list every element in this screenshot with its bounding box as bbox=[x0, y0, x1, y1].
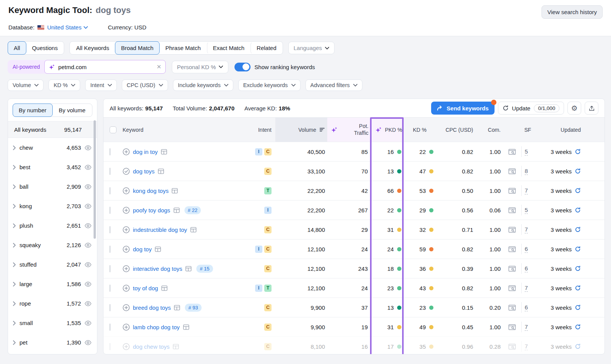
sidebar-tab-by-number[interactable]: By number bbox=[13, 104, 53, 117]
col-pot-traffic[interactable]: Pot.Traffic bbox=[327, 118, 370, 142]
refresh-icon[interactable] bbox=[575, 265, 581, 272]
keyword-search-input[interactable] bbox=[58, 64, 154, 70]
serp-features-icon[interactable] bbox=[173, 344, 179, 349]
eye-icon[interactable] bbox=[84, 165, 92, 170]
eye-icon[interactable] bbox=[84, 281, 92, 287]
sf-value[interactable]: 8 bbox=[525, 168, 528, 175]
sf-value[interactable]: 6 bbox=[525, 304, 528, 311]
serp-features-icon[interactable] bbox=[155, 246, 161, 252]
sidebar-group-plush[interactable]: plush2,651 bbox=[8, 216, 97, 235]
row-checkbox[interactable] bbox=[110, 226, 110, 233]
sf-value[interactable]: 7 bbox=[525, 187, 528, 194]
row-checkbox[interactable] bbox=[110, 168, 110, 175]
refresh-icon[interactable] bbox=[575, 285, 581, 291]
eye-icon[interactable] bbox=[84, 340, 92, 345]
row-checkbox[interactable] bbox=[110, 285, 110, 292]
eye-icon[interactable] bbox=[84, 301, 92, 306]
sidebar-group-chew[interactable]: chew4,653 bbox=[8, 138, 97, 157]
add-keyword-icon[interactable] bbox=[123, 265, 130, 272]
show-ranking-keywords-toggle[interactable] bbox=[234, 63, 251, 71]
refresh-icon[interactable] bbox=[575, 149, 581, 155]
refresh-icon[interactable] bbox=[575, 207, 581, 213]
filter-kd[interactable]: KD % bbox=[48, 79, 80, 91]
eye-icon[interactable] bbox=[84, 145, 92, 150]
keyword-link[interactable]: dog chew toys bbox=[133, 343, 170, 350]
serp-preview-icon[interactable] bbox=[508, 168, 516, 175]
refresh-icon[interactable] bbox=[575, 188, 581, 194]
tab-exact-match[interactable]: Exact Match bbox=[207, 42, 251, 54]
sidebar-group-rope[interactable]: rope1,572 bbox=[8, 294, 97, 313]
serp-features-icon[interactable] bbox=[171, 188, 178, 194]
serp-features-icon[interactable] bbox=[174, 305, 180, 311]
keyword-link[interactable]: dog in toy bbox=[133, 149, 158, 155]
refresh-icon[interactable] bbox=[575, 168, 581, 174]
col-cpc[interactable]: CPC (USD) bbox=[436, 118, 475, 142]
add-keyword-icon[interactable] bbox=[123, 207, 130, 214]
row-checkbox[interactable] bbox=[110, 265, 110, 272]
sidebar-group-small[interactable]: small1,535 bbox=[8, 313, 97, 333]
personal-kd-dropdown[interactable]: Personal KD % bbox=[172, 61, 229, 73]
export-button[interactable] bbox=[585, 102, 598, 115]
serp-preview-icon[interactable] bbox=[508, 265, 516, 272]
filter-cpc-usd[interactable]: CPC (USD) bbox=[122, 79, 168, 91]
tab-phrase-match[interactable]: Phrase Match bbox=[159, 42, 207, 54]
serp-features-icon[interactable] bbox=[185, 266, 192, 272]
filter-intent[interactable]: Intent bbox=[85, 79, 116, 91]
keyword-link[interactable]: lamb chop dog toy bbox=[133, 324, 180, 330]
tab-related[interactable]: Related bbox=[251, 42, 283, 54]
row-checkbox[interactable] bbox=[110, 324, 110, 331]
keyword-link[interactable]: toy of dog bbox=[133, 285, 158, 291]
sidebar-group-pet[interactable]: pet1,390 bbox=[8, 333, 97, 352]
sidebar-group-squeaky[interactable]: squeaky2,126 bbox=[8, 235, 97, 255]
col-volume[interactable]: Volume bbox=[275, 118, 327, 142]
sidebar-group-best[interactable]: best3,452 bbox=[8, 157, 97, 177]
select-all-checkbox[interactable] bbox=[110, 126, 116, 133]
add-keyword-icon[interactable] bbox=[123, 343, 130, 350]
keyword-link[interactable]: interactive dog toys bbox=[133, 265, 182, 272]
tab-all[interactable]: All bbox=[8, 41, 26, 55]
col-intent[interactable]: Intent bbox=[241, 118, 275, 142]
col-com[interactable]: Com. bbox=[475, 118, 503, 142]
serp-features-icon[interactable] bbox=[190, 227, 197, 233]
add-keyword-icon[interactable] bbox=[123, 187, 130, 194]
col-pkd[interactable]: PKD % bbox=[370, 118, 404, 142]
sf-value[interactable]: 7 bbox=[525, 226, 528, 233]
filter-advanced-filters[interactable]: Advanced filters bbox=[306, 79, 362, 91]
add-keyword-icon[interactable] bbox=[123, 226, 130, 233]
serp-features-icon[interactable] bbox=[161, 285, 168, 291]
add-keyword-icon[interactable] bbox=[123, 285, 130, 292]
serp-features-icon[interactable] bbox=[158, 168, 164, 174]
keyword-link[interactable]: poofy toy dogs bbox=[133, 207, 170, 214]
eye-icon[interactable] bbox=[84, 262, 92, 267]
eye-icon[interactable] bbox=[84, 204, 92, 209]
row-checkbox[interactable] bbox=[110, 246, 110, 253]
col-updated[interactable]: Updated bbox=[537, 118, 598, 142]
serp-preview-icon[interactable] bbox=[508, 246, 516, 252]
serp-preview-icon[interactable] bbox=[508, 285, 516, 291]
serp-preview-icon[interactable] bbox=[508, 226, 516, 233]
add-keyword-icon[interactable] bbox=[123, 148, 130, 155]
serp-preview-icon[interactable] bbox=[508, 343, 516, 350]
serp-preview-icon[interactable] bbox=[508, 149, 516, 155]
sf-value[interactable]: 6 bbox=[525, 265, 528, 272]
clear-search-icon[interactable]: ✕ bbox=[157, 63, 162, 70]
sidebar-group-large[interactable]: large1,586 bbox=[8, 274, 97, 294]
filter-volume[interactable]: Volume bbox=[8, 79, 44, 91]
keyword-link[interactable]: breed dog toys bbox=[133, 304, 171, 311]
serp-features-icon[interactable] bbox=[183, 324, 189, 330]
eye-icon[interactable] bbox=[84, 320, 92, 326]
sf-value[interactable]: 7 bbox=[525, 324, 528, 331]
add-keyword-icon[interactable] bbox=[123, 246, 130, 253]
row-checkbox[interactable] bbox=[110, 343, 110, 350]
refresh-icon[interactable] bbox=[575, 226, 581, 233]
send-keywords-button[interactable]: Send keywords bbox=[431, 102, 495, 115]
col-sf[interactable]: SF bbox=[521, 118, 537, 142]
row-checkbox[interactable] bbox=[110, 148, 110, 155]
serp-features-icon[interactable] bbox=[161, 149, 167, 155]
eye-icon[interactable] bbox=[84, 223, 92, 228]
row-checkbox[interactable] bbox=[110, 187, 110, 194]
tab-questions[interactable]: Questions bbox=[26, 42, 64, 54]
serp-preview-icon[interactable] bbox=[508, 324, 516, 330]
sidebar-group-stuffed[interactable]: stuffed2,047 bbox=[8, 255, 97, 274]
view-search-history-button[interactable]: View search history bbox=[541, 5, 603, 19]
